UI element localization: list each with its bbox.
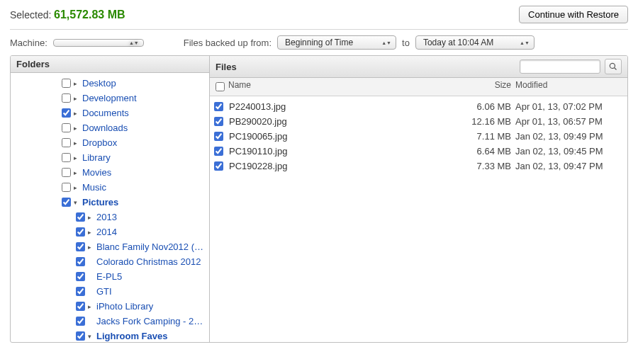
folder-row[interactable]: ▸iPhoto Library	[11, 299, 209, 314]
folder-checkbox[interactable]	[62, 198, 71, 207]
file-modified: Jan 02, 13, 09:49 PM	[515, 131, 622, 142]
folder-label: Downloads	[82, 123, 128, 133]
folder-label: Development	[82, 93, 137, 103]
folder-label: Movies	[82, 167, 111, 178]
folder-checkbox[interactable]	[62, 108, 71, 118]
disclosure-icon[interactable]: ▸	[74, 80, 80, 87]
select-all-checkbox[interactable]	[216, 82, 225, 91]
disclosure-icon[interactable]: ▸	[88, 244, 94, 251]
disclosure-icon[interactable]: ▸	[74, 154, 80, 161]
file-size: 6.64 MB	[454, 146, 515, 157]
file-row[interactable]: PC190228.jpg7.33 MBJan 02, 13, 09:47 PM	[210, 159, 627, 174]
folder-label: Pictures	[82, 197, 118, 207]
folder-row[interactable]: ▸2014	[11, 224, 209, 239]
folder-row[interactable]: ▸Downloads	[11, 120, 209, 135]
disclosure-icon[interactable]: ▸	[88, 303, 94, 310]
folder-row[interactable]: ▸Desktop	[11, 76, 209, 91]
folder-checkbox[interactable]	[62, 93, 71, 103]
file-modified: Jan 02, 13, 09:45 PM	[515, 146, 622, 157]
file-checkbox[interactable]	[214, 132, 223, 141]
folder-checkbox[interactable]	[62, 79, 71, 88]
folder-row[interactable]: ▸Documents	[11, 106, 209, 120]
disclosure-icon[interactable]: ▸	[74, 125, 80, 132]
updown-icon: ▲▼	[381, 41, 391, 45]
continue-restore-button[interactable]: Continue with Restore	[519, 6, 628, 23]
file-row[interactable]: P2240013.jpg6.06 MBApr 01, 13, 07:02 PM	[210, 99, 627, 114]
file-name: PB290020.jpg	[229, 116, 454, 127]
folder-label: Desktop	[82, 78, 116, 89]
disclosure-icon[interactable]: ▸	[74, 140, 80, 147]
backed-up-label: Files backed up from:	[184, 38, 272, 48]
folder-checkbox[interactable]	[76, 227, 85, 237]
file-row[interactable]: PB290020.jpg12.16 MBApr 01, 13, 06:57 PM	[210, 114, 627, 129]
disclosure-icon[interactable]: ▾	[74, 199, 80, 206]
folders-header: Folders	[11, 56, 209, 73]
file-row[interactable]: PC190110.jpg6.64 MBJan 02, 13, 09:45 PM	[210, 144, 627, 159]
folder-row[interactable]: E-PL5	[11, 269, 209, 284]
folder-checkbox[interactable]	[76, 257, 85, 266]
folder-label: Dropbox	[82, 137, 117, 148]
folder-row[interactable]: ▾Pictures	[11, 195, 209, 210]
file-size: 12.16 MB	[454, 116, 515, 127]
folder-row[interactable]: ▸Movies	[11, 165, 209, 180]
folder-row[interactable]: ▸2013	[11, 210, 209, 224]
file-checkbox[interactable]	[214, 102, 223, 111]
file-checkbox[interactable]	[214, 147, 223, 156]
search-input[interactable]	[520, 59, 600, 74]
folder-checkbox[interactable]	[76, 302, 85, 311]
folder-row[interactable]: ▸Development	[11, 91, 209, 106]
file-checkbox[interactable]	[214, 161, 223, 171]
file-size: 6.06 MB	[454, 101, 515, 112]
folder-row[interactable]: ▸Blanc Family Nov2012 (Willi...	[11, 239, 209, 254]
to-date-select[interactable]: Today at 10:04 AM ▲▼	[415, 35, 535, 50]
folder-checkbox[interactable]	[62, 183, 71, 192]
search-button[interactable]	[605, 59, 622, 74]
folder-checkbox[interactable]	[62, 123, 71, 132]
file-size: 7.33 MB	[454, 161, 515, 171]
disclosure-icon[interactable]: ▸	[74, 95, 80, 102]
folder-checkbox[interactable]	[76, 212, 85, 222]
col-size[interactable]: Size	[454, 80, 515, 93]
folder-row[interactable]: Colorado Christmas 2012	[11, 254, 209, 269]
folder-checkbox[interactable]	[76, 317, 85, 326]
disclosure-icon[interactable]: ▸	[88, 214, 94, 221]
selected-label: Selected:	[10, 9, 51, 21]
folder-checkbox[interactable]	[76, 287, 85, 296]
file-checkbox[interactable]	[214, 117, 223, 126]
folder-row[interactable]: ▸Music	[11, 180, 209, 195]
disclosure-icon[interactable]: ▸	[74, 110, 80, 117]
machine-select[interactable]: ▲▼	[53, 39, 144, 47]
file-modified: Jan 02, 13, 09:47 PM	[515, 161, 622, 171]
disclosure-icon[interactable]: ▾	[88, 333, 94, 340]
col-modified[interactable]: Modified	[515, 80, 622, 93]
file-modified: Apr 01, 13, 07:02 PM	[515, 101, 622, 112]
folder-checkbox[interactable]	[76, 242, 85, 251]
folder-label: Library	[82, 152, 111, 163]
disclosure-icon[interactable]: ▸	[74, 184, 80, 191]
folder-label: iPhoto Library	[96, 301, 153, 312]
disclosure-icon[interactable]: ▸	[88, 229, 94, 236]
folder-checkbox[interactable]	[62, 153, 71, 162]
folder-row[interactable]: ▸Dropbox	[11, 135, 209, 150]
folder-label: Colorado Christmas 2012	[96, 256, 201, 267]
file-name: PC190065.jpg	[229, 131, 454, 142]
machine-label: Machine:	[10, 38, 47, 48]
folder-label: 2013	[96, 212, 117, 222]
file-size: 7.11 MB	[454, 131, 515, 142]
file-name: P2240013.jpg	[229, 101, 454, 112]
folder-checkbox[interactable]	[62, 168, 71, 177]
from-date-select[interactable]: Beginning of Time ▲▼	[277, 35, 396, 50]
file-row[interactable]: PC190065.jpg7.11 MBJan 02, 13, 09:49 PM	[210, 129, 627, 144]
folder-row[interactable]: GTI	[11, 284, 209, 299]
to-label: to	[402, 38, 410, 48]
folder-label: Lighroom Faves	[96, 331, 167, 341]
folder-checkbox[interactable]	[62, 138, 71, 147]
folder-row[interactable]: Jacks Fork Camping - 2013	[11, 314, 209, 329]
folder-checkbox[interactable]	[76, 272, 85, 281]
folder-row[interactable]: ▸Library	[11, 150, 209, 165]
folder-label: Documents	[82, 108, 129, 118]
col-name[interactable]: Name	[228, 80, 454, 93]
folder-checkbox[interactable]	[76, 331, 85, 341]
folder-row[interactable]: ▾Lighroom Faves	[11, 329, 209, 342]
disclosure-icon[interactable]: ▸	[74, 169, 80, 176]
